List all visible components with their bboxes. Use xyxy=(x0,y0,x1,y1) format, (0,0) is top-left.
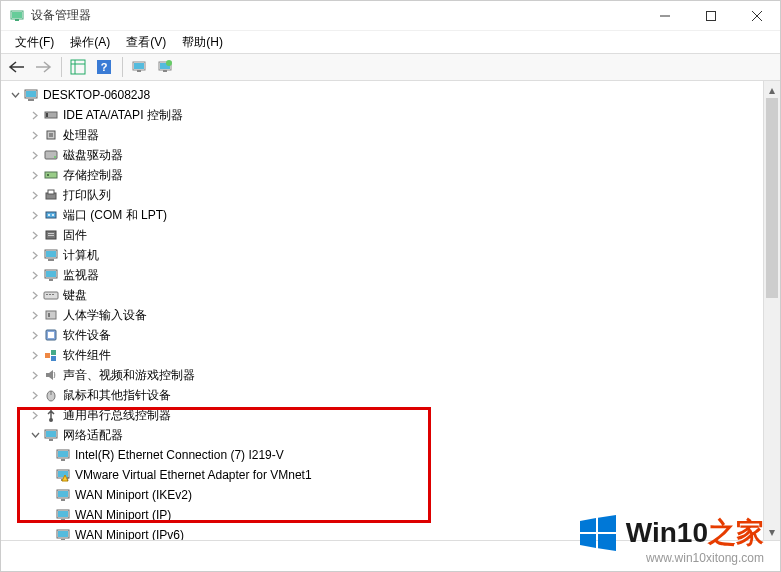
svg-rect-17 xyxy=(163,70,167,72)
svg-rect-1 xyxy=(15,19,19,21)
tree-node-sound[interactable]: 声音、视频和游戏控制器 xyxy=(1,365,780,385)
svg-rect-7 xyxy=(71,60,85,74)
scroll-up-arrow[interactable]: ▴ xyxy=(764,81,780,98)
tree-node-keyboard[interactable]: 键盘 xyxy=(1,285,780,305)
chevron-right-icon[interactable] xyxy=(29,269,41,281)
svg-rect-39 xyxy=(46,251,56,257)
back-button[interactable] xyxy=(5,55,29,79)
svg-point-57 xyxy=(49,418,53,422)
tree-leaf-intel-ethernet[interactable]: Intel(R) Ethernet Connection (7) I219-V xyxy=(1,445,780,465)
svg-rect-42 xyxy=(46,271,56,277)
device-tree[interactable]: DESKTOP-06082J8 IDE ATA/ATAPI 控制器 处理器 磁盘… xyxy=(1,81,780,541)
menu-file[interactable]: 文件(F) xyxy=(7,32,62,53)
detail-view-button[interactable] xyxy=(66,55,90,79)
tree-node-label: 鼠标和其他指针设备 xyxy=(63,387,171,404)
tree-leaf-label: WAN Miniport (IPv6) xyxy=(75,528,184,541)
tree-node-usb[interactable]: 通用串行总线控制器 xyxy=(1,405,780,425)
svg-rect-23 xyxy=(46,113,48,117)
svg-point-33 xyxy=(48,214,50,216)
tree-root[interactable]: DESKTOP-06082J8 xyxy=(1,85,780,105)
chevron-right-icon[interactable] xyxy=(29,349,41,361)
svg-rect-45 xyxy=(46,294,48,295)
tree-node-label: 磁盘驱动器 xyxy=(63,147,123,164)
chevron-right-icon[interactable] xyxy=(29,149,41,161)
tree-node-hid[interactable]: 人体学输入设备 xyxy=(1,305,780,325)
svg-rect-25 xyxy=(49,133,53,137)
chevron-right-icon[interactable] xyxy=(29,309,41,321)
chevron-down-icon[interactable] xyxy=(9,89,21,101)
tree-leaf-label: WAN Miniport (IKEv2) xyxy=(75,488,192,502)
toolbar-separator xyxy=(122,57,123,77)
tree-leaf-label: VMware Virtual Ethernet Adapter for VMne… xyxy=(75,468,312,482)
tree-node-ports[interactable]: 端口 (COM 和 LPT) xyxy=(1,205,780,225)
titlebar: 设备管理器 xyxy=(1,1,780,31)
svg-rect-51 xyxy=(48,332,54,338)
close-button[interactable] xyxy=(734,1,780,31)
svg-rect-60 xyxy=(49,439,53,441)
tree-node-software-component[interactable]: 软件组件 xyxy=(1,345,780,365)
chevron-right-icon[interactable] xyxy=(29,129,41,141)
chevron-right-icon[interactable] xyxy=(29,189,41,201)
tree-node-computer[interactable]: 计算机 xyxy=(1,245,780,265)
chevron-right-icon[interactable] xyxy=(29,229,41,241)
svg-rect-13 xyxy=(134,63,144,69)
tree-leaf-label: WAN Miniport (IP) xyxy=(75,508,171,522)
tree-node-label: 计算机 xyxy=(63,247,99,264)
tree-node-software-device[interactable]: 软件设备 xyxy=(1,325,780,345)
svg-rect-40 xyxy=(48,259,54,261)
tree-node-monitor[interactable]: 监视器 xyxy=(1,265,780,285)
tree-node-mouse[interactable]: 鼠标和其他指针设备 xyxy=(1,385,780,405)
windows-logo-icon xyxy=(578,513,618,553)
scroll-thumb[interactable] xyxy=(766,98,778,298)
svg-rect-43 xyxy=(49,279,53,281)
monitor-icon xyxy=(43,267,59,283)
svg-text:!: ! xyxy=(67,476,68,482)
scan-button[interactable] xyxy=(127,55,151,79)
network-icon xyxy=(43,427,59,443)
menu-help[interactable]: 帮助(H) xyxy=(174,32,231,53)
tree-node-label: 声音、视频和游戏控制器 xyxy=(63,367,195,384)
vertical-scrollbar[interactable]: ▴ ▾ xyxy=(763,81,780,540)
chevron-right-icon[interactable] xyxy=(29,369,41,381)
chevron-right-icon[interactable] xyxy=(29,389,41,401)
network-adapter-warning-icon: ! xyxy=(55,467,71,483)
refresh-button[interactable] xyxy=(153,55,177,79)
svg-rect-47 xyxy=(52,294,54,295)
chevron-right-icon[interactable] xyxy=(29,109,41,121)
tree-node-label: 打印队列 xyxy=(63,187,111,204)
chevron-right-icon[interactable] xyxy=(29,169,41,181)
help-button[interactable]: ? xyxy=(92,55,116,79)
tree-node-label: IDE ATA/ATAPI 控制器 xyxy=(63,107,183,124)
minimize-button[interactable] xyxy=(642,1,688,31)
watermark: Win10之家 www.win10xitong.com xyxy=(578,513,764,565)
tree-leaf-wan-ikev2[interactable]: WAN Miniport (IKEv2) xyxy=(1,485,780,505)
tree-node-storage-controller[interactable]: 存储控制器 xyxy=(1,165,780,185)
menu-action[interactable]: 操作(A) xyxy=(62,32,118,53)
tree-leaf-label: Intel(R) Ethernet Connection (7) I219-V xyxy=(75,448,284,462)
tree-node-label: 存储控制器 xyxy=(63,167,123,184)
chevron-right-icon[interactable] xyxy=(29,249,41,261)
svg-rect-73 xyxy=(61,519,65,521)
svg-rect-28 xyxy=(45,172,57,178)
maximize-button[interactable] xyxy=(688,1,734,31)
tree-node-disk[interactable]: 磁盘驱动器 xyxy=(1,145,780,165)
tree-node-print-queue[interactable]: 打印队列 xyxy=(1,185,780,205)
chevron-down-icon[interactable] xyxy=(29,429,41,441)
svg-point-29 xyxy=(47,174,49,176)
svg-text:?: ? xyxy=(101,61,108,73)
menu-view[interactable]: 查看(V) xyxy=(118,32,174,53)
chevron-right-icon[interactable] xyxy=(29,329,41,341)
chevron-right-icon[interactable] xyxy=(29,289,41,301)
network-adapter-icon xyxy=(55,447,71,463)
chevron-right-icon[interactable] xyxy=(29,409,41,421)
tree-node-processor[interactable]: 处理器 xyxy=(1,125,780,145)
tree-node-network-adapter[interactable]: 网络适配器 xyxy=(1,425,780,445)
tree-node-ide[interactable]: IDE ATA/ATAPI 控制器 xyxy=(1,105,780,125)
forward-button[interactable] xyxy=(31,55,55,79)
chevron-right-icon[interactable] xyxy=(29,209,41,221)
tree-leaf-vmware-adapter[interactable]: ! VMware Virtual Ethernet Adapter for VM… xyxy=(1,465,780,485)
tree-node-firmware[interactable]: 固件 xyxy=(1,225,780,245)
device-tree-panel: DESKTOP-06082J8 IDE ATA/ATAPI 控制器 处理器 磁盘… xyxy=(1,81,780,541)
tree-node-label: 人体学输入设备 xyxy=(63,307,147,324)
scroll-down-arrow[interactable]: ▾ xyxy=(764,523,780,540)
